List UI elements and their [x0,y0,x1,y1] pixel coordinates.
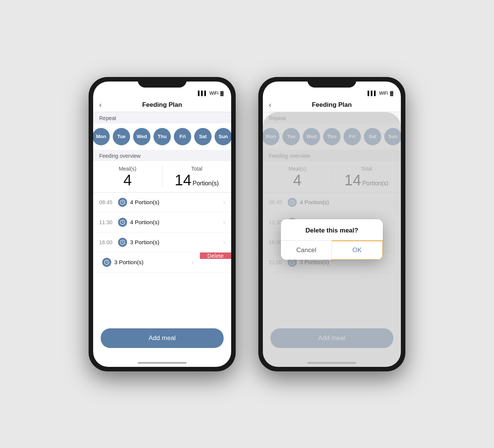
meal-chevron-1-2: › [223,219,225,226]
meal-desc-1-2: 4 Portion(s) [130,219,223,225]
nav-bar-2: ‹ Feeding Plan [263,98,401,112]
day-thu-1[interactable]: Thu [153,128,171,145]
meal-chevron-1-1: › [223,199,225,206]
overview-header-1: Feeding overview [93,150,231,161]
meal-item-1-2[interactable]: 11:30 4 Portion(s) › [93,212,231,232]
phone-1-screen: ▌▌▌ WiFi ▓ ‹ Feeding Plan Repeat Mon Tue… [93,82,231,367]
meal-desc-1-1: 4 Portion(s) [130,199,223,205]
phone-1: ▌▌▌ WiFi ▓ ‹ Feeding Plan Repeat Mon Tue… [89,77,236,371]
status-icons-1: ▌▌▌ WiFi ▓ [198,91,224,96]
meal-time-1-3: 16:00 [99,239,115,245]
meals-label-1: Meal(s) [119,166,137,172]
meal-icon-1-3 [118,238,127,247]
meal-list-1: 08:45 4 Portion(s) › 11:30 4 Portion(s) [93,192,231,328]
battery-icon: ▓ [220,91,224,96]
day-sat-1[interactable]: Sat [194,128,212,145]
page-title-2: Feeding Plan [312,101,352,109]
content-1: Repeat Mon Tue Wed Thu Fri Sat Sun Feedi… [93,112,231,367]
home-indicator-1 [138,362,187,364]
day-mon-1[interactable]: Mon [93,128,110,145]
meal-item-1-3[interactable]: 16:00 3 Portion(s) › [93,232,231,252]
meal-chevron-1-4: › [192,259,193,266]
repeat-header-1: Repeat [93,112,231,123]
notch [138,77,187,88]
day-fri-1[interactable]: Fri [174,128,191,145]
total-unit-1: Portion(s) [193,180,219,187]
total-stat-1: Total 14 Portion(s) [162,166,232,188]
meal-icon-1-2 [118,218,127,227]
dialog-title: Delete this meal? [281,219,383,240]
dialog-actions: Cancel OK [281,240,383,260]
notch-2 [307,77,356,88]
signal-icon-2: ▌▌▌ [368,91,377,96]
total-value-1: 14 [175,172,192,188]
days-row-1: Mon Tue Wed Thu Fri Sat Sun [93,123,231,150]
add-meal-button-1[interactable]: Add meal [101,328,224,348]
meal-item-swipe-1-4[interactable]: 3 Portion(s) › Delete [93,252,231,272]
page-title-1: Feeding Plan [142,101,182,109]
day-tue-1[interactable]: Tue [113,128,130,145]
dialog-ok-button[interactable]: OK [331,240,383,260]
meal-icon-1-1 [118,198,127,207]
back-button-1[interactable]: ‹ [99,100,102,109]
meal-desc-1-3: 3 Portion(s) [130,239,223,245]
meal-desc-1-4: 3 Portion(s) [114,259,192,265]
dialog-overlay: Delete this meal? Cancel OK [263,112,401,367]
swipe-content-1-4: 3 Portion(s) › [93,252,200,272]
dialog-cancel-button[interactable]: Cancel [281,241,332,260]
phone-2-screen: ▌▌▌ WiFi ▓ ‹ Feeding Plan Repeat Mon Tue… [263,82,401,367]
status-icons-2: ▌▌▌ WiFi ▓ [368,91,393,96]
total-label-1: Total [191,166,203,172]
content-2: Repeat Mon Tue Wed Thu Fri Sat Sun Feedi… [263,112,401,367]
nav-bar-1: ‹ Feeding Plan [93,98,231,112]
delete-dialog: Delete this meal? Cancel OK [281,219,383,260]
meal-item-1-1[interactable]: 08:45 4 Portion(s) › [93,192,231,212]
wifi-icon: WiFi [209,91,218,96]
meal-icon-1-4 [102,258,111,267]
day-wed-1[interactable]: Wed [133,128,150,145]
signal-icon: ▌▌▌ [198,91,208,96]
meals-value-1: 4 [123,172,132,188]
meal-chevron-1-3: › [223,239,225,246]
back-button-2[interactable]: ‹ [269,100,272,109]
overview-stats-1: Meal(s) 4 Total 14 Portion(s) [93,161,231,192]
meal-time-1-1: 08:45 [99,199,115,205]
phone-2: ▌▌▌ WiFi ▓ ‹ Feeding Plan Repeat Mon Tue… [258,77,405,371]
day-sun-1[interactable]: Sun [215,128,231,145]
meal-time-1-2: 11:30 [99,219,115,225]
delete-button-1[interactable]: Delete [200,252,231,259]
bottom-bar-1 [93,356,231,367]
wifi-icon-2: WiFi [379,91,388,96]
battery-icon-2: ▓ [390,91,393,96]
meals-stat-1: Meal(s) 4 [93,166,162,188]
